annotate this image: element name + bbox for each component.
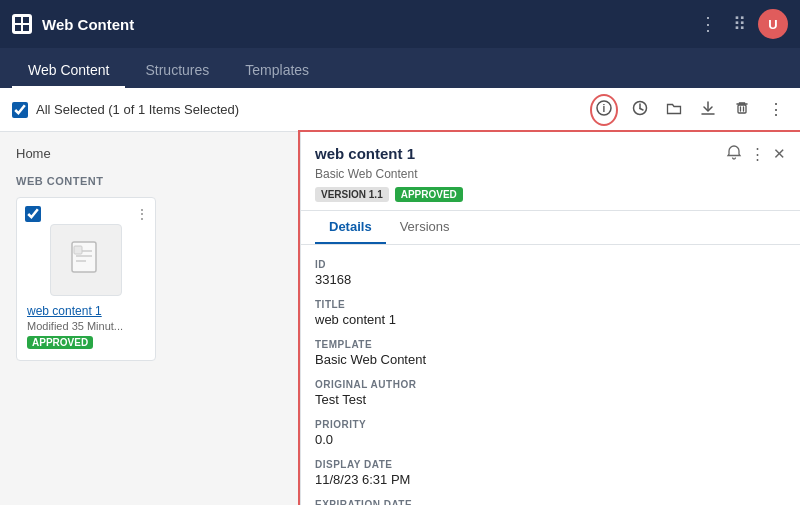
field-title: TITLE web content 1 — [315, 299, 786, 327]
field-display-date-label: DISPLAY DATE — [315, 459, 786, 470]
svg-rect-1 — [23, 17, 29, 23]
detail-subtitle: Basic Web Content — [315, 167, 786, 181]
svg-rect-0 — [15, 17, 21, 23]
field-id-label: ID — [315, 259, 786, 270]
field-priority: PRIORITY 0.0 — [315, 419, 786, 447]
approved-badge: APPROVED — [395, 187, 463, 202]
tab-templates[interactable]: Templates — [229, 54, 325, 88]
info-button[interactable]: i — [590, 94, 618, 126]
tab-structures[interactable]: Structures — [129, 54, 225, 88]
field-priority-label: PRIORITY — [315, 419, 786, 430]
tab-details[interactable]: Details — [315, 211, 386, 244]
field-template: TEMPLATE Basic Web Content — [315, 339, 786, 367]
field-expiration-date: EXPIRATION DATE Never Expire — [315, 499, 786, 505]
tab-web-content[interactable]: Web Content — [12, 54, 125, 88]
svg-rect-11 — [738, 105, 746, 113]
card-thumbnail — [50, 224, 122, 296]
field-author-label: ORIGINAL AUTHOR — [315, 379, 786, 390]
field-title-value: web content 1 — [315, 312, 786, 327]
select-all-checkbox[interactable] — [12, 102, 28, 118]
field-priority-value: 0.0 — [315, 432, 786, 447]
content-grid: web content 1 Modified 35 Minut... APPRO… — [16, 197, 284, 361]
app-icon — [12, 14, 32, 34]
clock-button[interactable] — [628, 96, 652, 124]
card-subtitle: Modified 35 Minut... — [27, 320, 123, 332]
right-panel: web content 1 ⋮ ✕ Basic Web Content VERS… — [300, 132, 800, 505]
app-title: Web Content — [42, 16, 685, 33]
detail-kebab-button[interactable]: ⋮ — [750, 145, 765, 163]
svg-rect-18 — [74, 246, 82, 254]
bell-button[interactable] — [726, 144, 742, 163]
breadcrumb: Home — [16, 146, 284, 161]
main-area: Home WEB CONTENT web content 1 — [0, 132, 800, 505]
card-badge: APPROVED — [27, 336, 93, 349]
toolbar-actions: i — [590, 94, 788, 126]
trash-button[interactable] — [730, 96, 754, 124]
field-id-value: 33168 — [315, 272, 786, 287]
detail-header-actions: ⋮ ✕ — [726, 144, 786, 163]
section-label: WEB CONTENT — [16, 175, 284, 187]
detail-title: web content 1 — [315, 145, 415, 162]
svg-rect-3 — [23, 25, 29, 31]
field-expiration-date-label: EXPIRATION DATE — [315, 499, 786, 505]
detail-header: web content 1 ⋮ ✕ Basic Web Content VERS… — [301, 132, 800, 211]
top-bar-actions: ⋮ ⠿ U — [695, 9, 788, 39]
selection-label: All Selected (1 of 1 Items Selected) — [36, 102, 582, 117]
version-badge: VERSION 1.1 — [315, 187, 389, 202]
top-bar: Web Content ⋮ ⠿ U — [0, 0, 800, 48]
svg-text:i: i — [603, 103, 606, 114]
svg-rect-2 — [15, 25, 21, 31]
card-menu-button[interactable]: ⋮ — [135, 206, 149, 222]
left-panel: Home WEB CONTENT web content 1 — [0, 132, 300, 505]
document-icon — [66, 240, 106, 280]
folder-button[interactable] — [662, 96, 686, 124]
tab-versions[interactable]: Versions — [386, 211, 464, 244]
grid-icon[interactable]: ⠿ — [729, 9, 750, 39]
field-display-date-value: 11/8/23 6:31 PM — [315, 472, 786, 487]
content-card[interactable]: web content 1 Modified 35 Minut... APPRO… — [16, 197, 156, 361]
field-author-value: Test Test — [315, 392, 786, 407]
field-display-date: DISPLAY DATE 11/8/23 6:31 PM — [315, 459, 786, 487]
field-template-value: Basic Web Content — [315, 352, 786, 367]
more-button[interactable]: ⋮ — [764, 96, 788, 123]
kebab-icon[interactable]: ⋮ — [695, 9, 721, 39]
field-title-label: TITLE — [315, 299, 786, 310]
detail-tabs: Details Versions — [301, 211, 800, 245]
toolbar: All Selected (1 of 1 Items Selected) i — [0, 88, 800, 132]
avatar[interactable]: U — [758, 9, 788, 39]
detail-content: ID 33168 TITLE web content 1 TEMPLATE Ba… — [301, 245, 800, 505]
card-title[interactable]: web content 1 — [27, 304, 123, 318]
field-id: ID 33168 — [315, 259, 786, 287]
svg-line-8 — [640, 108, 643, 110]
close-button[interactable]: ✕ — [773, 145, 786, 163]
detail-badges: VERSION 1.1 APPROVED — [315, 187, 786, 202]
field-template-label: TEMPLATE — [315, 339, 786, 350]
nav-tabs: Web Content Structures Templates — [0, 48, 800, 88]
card-checkbox[interactable] — [25, 206, 41, 222]
field-author: ORIGINAL AUTHOR Test Test — [315, 379, 786, 407]
download-button[interactable] — [696, 96, 720, 124]
